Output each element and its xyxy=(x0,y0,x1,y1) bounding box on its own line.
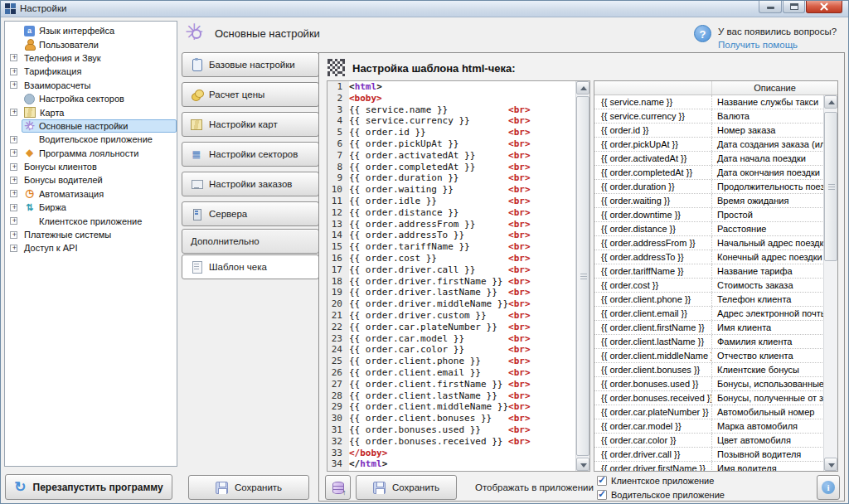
expander-icon[interactable] xyxy=(10,54,17,61)
table-row[interactable]: {{ order.completedAt }}Дата окончания по… xyxy=(594,166,837,180)
expander-icon[interactable] xyxy=(10,190,17,197)
table-row[interactable]: {{ order.driver.firstName }}Имя водителя xyxy=(594,462,837,472)
close-button[interactable] xyxy=(806,1,842,13)
table-row[interactable]: {{ order.downtime }}Простой xyxy=(594,208,837,222)
table-row[interactable]: {{ order.car.plateNumber }}Автомобильный… xyxy=(594,405,837,419)
info-button[interactable] xyxy=(817,475,840,500)
nav-button[interactable]: Настройки заказов xyxy=(182,172,319,196)
sidebar-item[interactable]: Карта xyxy=(5,105,177,119)
expander-icon[interactable] xyxy=(10,231,17,239)
expander-icon[interactable] xyxy=(10,245,17,252)
nav-tab-active[interactable]: Шаблон чека xyxy=(182,254,319,279)
expander-icon[interactable] xyxy=(10,68,17,75)
app-checkbox[interactable]: Водительское приложение xyxy=(597,488,725,502)
table-row[interactable]: {{ order.id }}Номер заказа xyxy=(594,124,837,138)
nav-button-label: Шаблон чека xyxy=(209,262,267,272)
editor-scrollbar[interactable] xyxy=(575,81,589,471)
table-row[interactable]: {{ order.bonuses.used }}Бонусы, использо… xyxy=(594,377,837,391)
nav-button[interactable]: Настройки секторов xyxy=(182,142,319,167)
sidebar-item[interactable]: Платежные системы xyxy=(5,228,177,241)
variable-cell: {{ service.currency }} xyxy=(594,109,712,123)
expander-icon[interactable] xyxy=(10,149,17,157)
sidebar-item[interactable]: Взаиморасчеты xyxy=(5,79,177,92)
sidebar-item[interactable]: Автоматизация xyxy=(5,187,177,201)
nav-button[interactable]: Расчет цены xyxy=(182,82,319,107)
language-icon xyxy=(24,26,35,36)
table-row[interactable]: {{ service.name }}Название службы такси xyxy=(594,95,837,109)
table-row[interactable]: {{ order.client.email }}Адрес электронно… xyxy=(594,307,837,321)
minimize-button[interactable] xyxy=(759,1,782,13)
sidebar-item[interactable]: Язык интерфейса xyxy=(5,24,177,37)
table-row[interactable]: {{ order.bonuses.received }}Бонусы, полу… xyxy=(594,391,837,405)
expander-icon[interactable] xyxy=(10,217,17,225)
table-row[interactable]: {{ order.activatedAt }}Дата начала поезд… xyxy=(594,152,837,166)
sidebar-item[interactable]: Клиентское приложение xyxy=(5,214,177,227)
sidebar-item[interactable]: Водительское приложение xyxy=(5,133,177,146)
expander-icon[interactable] xyxy=(10,163,17,171)
sidebar-item[interactable]: Бонусы водителей xyxy=(5,173,177,187)
table-row[interactable]: {{ order.client.firstName }}Имя клиента xyxy=(594,321,837,335)
description-cell: Валюта xyxy=(712,109,837,123)
code-line: 7{{ order.activatedAt }} <br> xyxy=(327,150,589,162)
table-header-variable[interactable] xyxy=(594,81,712,94)
table-scrollbar[interactable] xyxy=(823,95,837,471)
table-row[interactable]: {{ order.client.phone }}Телефон клиента xyxy=(594,293,837,307)
table-row[interactable]: {{ order.duration }}Продолжительность по… xyxy=(594,180,837,194)
checkbox-icon[interactable] xyxy=(597,490,607,500)
table-row[interactable]: {{ order.pickUpAt }}Дата создания заказа… xyxy=(594,138,837,152)
expander-icon[interactable] xyxy=(10,177,17,184)
expander-icon[interactable] xyxy=(10,81,17,89)
table-scroll-thumb[interactable] xyxy=(824,112,837,261)
nav-button[interactable]: Дополнительно xyxy=(182,229,319,254)
table-row[interactable]: {{ order.client.middleName }}Отчество кл… xyxy=(594,349,837,363)
checkbox-icon[interactable] xyxy=(597,476,607,486)
html-template-editor[interactable]: 1<html>2<boby>3{{ service.name }} <br>4{… xyxy=(327,80,590,472)
table-row[interactable]: {{ order.tariffName }}Название тарифа xyxy=(594,264,837,279)
table-row[interactable]: {{ order.car.color }}Цвет автомобиля xyxy=(594,434,837,448)
sidebar-item[interactable]: Доступ к API xyxy=(5,241,177,254)
save-button-main[interactable]: Сохранить xyxy=(188,475,309,500)
nav-button[interactable]: Сервера xyxy=(182,201,319,226)
editor-scroll-thumb[interactable] xyxy=(576,96,589,456)
expander-icon[interactable] xyxy=(10,109,17,116)
nav-button[interactable]: Настройки карт xyxy=(182,112,319,137)
sidebar-item[interactable]: Телефония и Звук xyxy=(5,51,177,65)
table-header-description[interactable]: Описание xyxy=(712,81,837,94)
gear-icon xyxy=(24,120,35,131)
sidebar-item[interactable]: Бонусы клиентов xyxy=(5,160,177,173)
code-line: 15{{ order.tariffName }} <br> xyxy=(327,241,589,253)
nav-button[interactable]: Базовые настройки xyxy=(182,52,319,77)
maximize-button[interactable] xyxy=(783,1,805,13)
scroll-down-icon[interactable] xyxy=(576,458,589,471)
save-template-button[interactable]: Сохранить xyxy=(356,475,457,500)
scroll-up-icon[interactable] xyxy=(824,95,837,109)
table-row[interactable]: {{ order.waiting }}Время ожидания xyxy=(594,194,837,208)
sidebar-item-label: Основные настройки xyxy=(39,121,128,131)
restart-program-button[interactable]: Перезапустить программу xyxy=(5,474,172,500)
sidebar-item[interactable]: Пользователи xyxy=(5,37,177,51)
variable-cell: {{ order.client.lastName }} xyxy=(594,335,712,348)
sidebar-item[interactable]: Настройка секторов xyxy=(5,92,177,105)
table-row[interactable]: {{ order.car.model }}Марка автомобиля xyxy=(594,419,837,434)
table-row[interactable]: {{ order.distance }}Расстояние xyxy=(594,222,837,236)
expander-icon[interactable] xyxy=(10,204,17,211)
table-row[interactable]: {{ order.addressFrom }}Начальный адрес п… xyxy=(594,236,837,250)
table-row[interactable]: {{ order.client.lastName }}Фамилия клиен… xyxy=(594,335,837,349)
sidebar-item[interactable]: Тарификация xyxy=(5,65,177,78)
table-row[interactable]: {{ order.driver.call }}Позывной водителя xyxy=(594,448,837,462)
table-row[interactable]: {{ order.cost }}Стоимость заказа xyxy=(594,279,837,293)
sidebar-item[interactable]: Биржа xyxy=(5,201,177,214)
checkbox-label: Водительское приложение xyxy=(611,490,725,500)
table-row[interactable]: {{ service.currency }}Валюта xyxy=(594,109,837,124)
expander-icon[interactable] xyxy=(10,136,17,143)
get-help-link[interactable]: Получить помощь xyxy=(718,40,798,50)
sidebar-item[interactable]: Основные настройки xyxy=(5,119,177,133)
app-checkbox[interactable]: Клиентское приложение xyxy=(597,474,725,487)
table-row[interactable]: {{ order.addressTo }}Конечный адрес поез… xyxy=(594,250,837,264)
code-line: 34</html> xyxy=(327,458,589,470)
table-row[interactable]: {{ order.client.bonuses }}Клиентские бон… xyxy=(594,363,837,377)
export-database-button[interactable] xyxy=(325,475,351,500)
scroll-down-icon[interactable] xyxy=(824,458,837,471)
scroll-up-icon[interactable] xyxy=(576,81,589,94)
sidebar-item[interactable]: Программа лояльности xyxy=(5,147,177,160)
